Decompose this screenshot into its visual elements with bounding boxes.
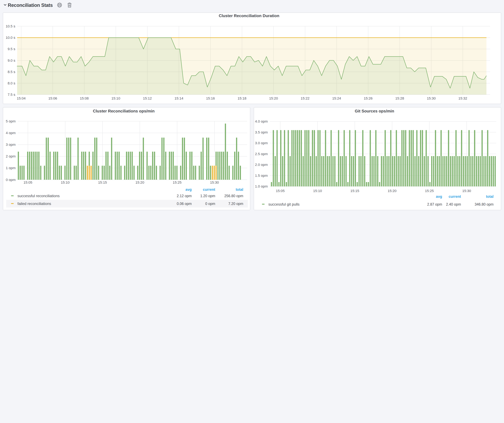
svg-text:3 opm: 3 opm <box>6 143 16 147</box>
svg-text:2.5 opm: 2.5 opm <box>255 152 268 156</box>
svg-text:failed reconciliations: failed reconciliations <box>18 201 51 206</box>
svg-text:avg: avg <box>436 194 442 199</box>
svg-text:10.0 s: 10.0 s <box>6 36 15 40</box>
svg-text:successful reconciliations: successful reconciliations <box>18 194 60 198</box>
svg-text:15:30: 15:30 <box>210 181 219 184</box>
svg-text:15:24: 15:24 <box>332 96 341 100</box>
svg-text:7.5 s: 7.5 s <box>8 93 15 97</box>
svg-text:7.20 opm: 7.20 opm <box>228 202 243 206</box>
svg-text:8.0 s: 8.0 s <box>8 81 15 85</box>
svg-text:0 opm: 0 opm <box>205 202 215 206</box>
svg-text:8.5 s: 8.5 s <box>8 70 15 74</box>
svg-text:0 opm: 0 opm <box>6 178 16 182</box>
svg-text:15:30: 15:30 <box>427 96 436 100</box>
svg-text:successful git pulls: successful git pulls <box>268 202 300 206</box>
svg-text:2.12 opm: 2.12 opm <box>177 194 192 198</box>
svg-text:15:10: 15:10 <box>111 96 120 100</box>
svg-text:15:25: 15:25 <box>173 181 181 184</box>
svg-text:4.0 opm: 4.0 opm <box>255 119 268 123</box>
svg-text:15:10: 15:10 <box>61 181 70 184</box>
svg-text:15:25: 15:25 <box>425 189 434 193</box>
svg-text:15:22: 15:22 <box>301 96 310 100</box>
svg-text:15:08: 15:08 <box>80 96 89 100</box>
svg-text:2.40 opm: 2.40 opm <box>446 202 461 206</box>
svg-text:15:20: 15:20 <box>388 189 397 193</box>
svg-text:2 opm: 2 opm <box>6 154 16 158</box>
svg-text:15:28: 15:28 <box>395 96 404 100</box>
svg-text:15:06: 15:06 <box>48 96 57 100</box>
svg-text:total: total <box>236 188 243 192</box>
svg-text:9.0 s: 9.0 s <box>8 59 15 62</box>
svg-text:15:04: 15:04 <box>17 96 26 100</box>
svg-text:3.5 opm: 3.5 opm <box>255 130 268 134</box>
svg-text:15:16: 15:16 <box>206 96 215 100</box>
svg-text:15:18: 15:18 <box>238 96 246 100</box>
svg-text:2.0 opm: 2.0 opm <box>255 163 268 167</box>
svg-text:total: total <box>486 194 493 199</box>
svg-text:4 opm: 4 opm <box>6 131 16 135</box>
svg-text:1.20 opm: 1.20 opm <box>200 194 215 198</box>
svg-text:avg: avg <box>186 188 192 192</box>
svg-text:2.87 opm: 2.87 opm <box>427 202 442 206</box>
svg-text:3.0 opm: 3.0 opm <box>255 141 268 145</box>
svg-text:15:32: 15:32 <box>458 96 467 100</box>
svg-text:15:12: 15:12 <box>143 96 152 100</box>
svg-text:10.5 s: 10.5 s <box>6 24 15 28</box>
svg-text:9.5 s: 9.5 s <box>8 47 15 51</box>
svg-text:15:05: 15:05 <box>24 181 32 184</box>
svg-text:1 opm: 1 opm <box>6 166 16 170</box>
svg-text:current: current <box>203 188 215 192</box>
svg-text:15:20: 15:20 <box>135 181 144 184</box>
svg-text:15:15: 15:15 <box>350 189 359 193</box>
svg-text:5 opm: 5 opm <box>6 119 16 123</box>
svg-text:0.06 opm: 0.06 opm <box>177 202 192 206</box>
svg-text:15:05: 15:05 <box>276 189 285 193</box>
svg-text:15:10: 15:10 <box>313 189 322 193</box>
svg-text:15:14: 15:14 <box>174 96 183 100</box>
svg-text:15:26: 15:26 <box>364 96 373 100</box>
svg-text:15:20: 15:20 <box>269 96 278 100</box>
svg-text:15:30: 15:30 <box>462 189 471 193</box>
svg-text:1.5 opm: 1.5 opm <box>255 174 268 177</box>
svg-text:256.80 opm: 256.80 opm <box>224 194 243 198</box>
svg-text:1.0 opm: 1.0 opm <box>255 184 268 188</box>
svg-text:346.80 opm: 346.80 opm <box>475 202 493 206</box>
svg-text:current: current <box>449 194 461 199</box>
svg-text:15:15: 15:15 <box>98 181 107 184</box>
